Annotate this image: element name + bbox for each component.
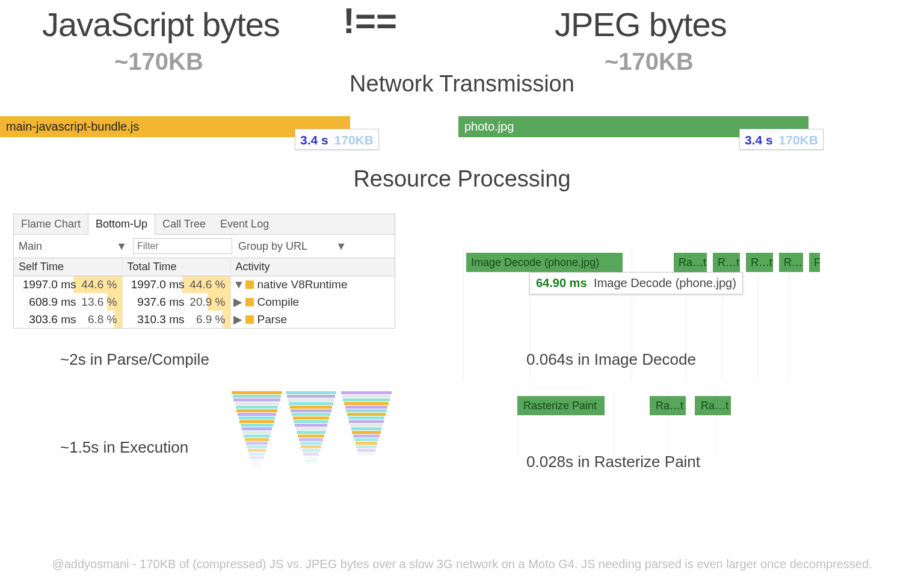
summary-js-exec: ~1.5s in Execution bbox=[60, 438, 188, 457]
devtools-tabs: Flame Chart Bottom-Up Call Tree Event Lo… bbox=[14, 214, 395, 235]
summary-jpg-raster: 0.028s in Rasterize Paint bbox=[526, 453, 700, 471]
decode-timeline: Image Decode (phone.jpg) Ra…t R…t R…t R…… bbox=[451, 238, 836, 290]
chevron-down-icon: ▼ bbox=[336, 240, 346, 253]
ras-chip-1: Rasterize Paint bbox=[517, 396, 605, 415]
table-row[interactable]: 608.9 ms13.6 %937.6 ms20.9 %▶Compile bbox=[14, 293, 395, 311]
summary-js-parse: ~2s in Parse/Compile bbox=[60, 350, 209, 369]
headline-js: JavaScript bytes bbox=[42, 5, 280, 44]
rasterize-timeline: Rasterize Paint Ra…t Ra…t bbox=[511, 390, 764, 420]
summary-jpg-decode: 0.064s in Image Decode bbox=[526, 350, 696, 369]
decode-chip-main: Image Decode (phone.jpg) bbox=[466, 253, 623, 272]
footer-credit: @addyosmani - 170KB of (compressed) JS v… bbox=[0, 557, 924, 571]
tab-call-tree[interactable]: Call Tree bbox=[155, 214, 213, 234]
netbadge-js: 3.4 s 170KB bbox=[295, 129, 379, 150]
decode-chip-4: R… bbox=[779, 253, 803, 272]
table-row[interactable]: 303.6 ms6.8 %310.3 ms6.9 %▶Parse bbox=[14, 311, 395, 328]
col-activity: Activity bbox=[230, 258, 395, 276]
decode-chip-2: R…t bbox=[713, 253, 740, 272]
decode-chip-5: F bbox=[809, 253, 820, 272]
tab-bottom-up[interactable]: Bottom-Up bbox=[88, 214, 155, 235]
filter-input[interactable] bbox=[133, 238, 232, 254]
netbadge-jpg-size: 170KB bbox=[779, 133, 818, 147]
table-row[interactable]: 1997.0 ms44.6 %1997.0 ms44.6 %▼native V8… bbox=[14, 276, 395, 294]
netbadge-jpg-time: 3.4 s bbox=[745, 133, 773, 147]
headline-jpeg: JPEG bytes bbox=[555, 5, 727, 44]
netbadge-jpg: 3.4 s 170KB bbox=[739, 129, 824, 150]
thread-select-value: Main bbox=[19, 240, 42, 253]
netbadge-js-size: 170KB bbox=[334, 133, 374, 147]
profiler-table: Self Time Total Time Activity 1997.0 ms4… bbox=[14, 258, 395, 328]
group-select[interactable]: Group by URL ▼ bbox=[238, 240, 346, 253]
decode-tooltip-ms: 64.90 ms bbox=[536, 276, 587, 289]
decode-chip-1: Ra…t bbox=[674, 253, 707, 272]
chevron-down-icon: ▼ bbox=[116, 240, 127, 253]
section-processing: Resource Processing bbox=[0, 166, 924, 192]
decode-tooltip: 64.90 ms Image Decode (phone.jpg) bbox=[529, 272, 743, 294]
decode-chip-3: R…t bbox=[746, 253, 773, 272]
netbadge-js-time: 3.4 s bbox=[300, 133, 328, 147]
tab-flame-chart[interactable]: Flame Chart bbox=[14, 214, 88, 234]
devtools-panel: Flame Chart Bottom-Up Call Tree Event Lo… bbox=[13, 214, 395, 329]
ras-chip-3: Ra…t bbox=[695, 396, 731, 415]
ras-chip-2: Ra…t bbox=[650, 396, 686, 415]
decode-tooltip-label: Image Decode (phone.jpg) bbox=[594, 276, 736, 289]
col-total-time: Total Time bbox=[122, 258, 230, 276]
group-select-value: Group by URL bbox=[238, 240, 307, 253]
section-network: Network Transmission bbox=[0, 71, 924, 97]
headline-neq: !== bbox=[343, 0, 397, 42]
col-self-time: Self Time bbox=[14, 258, 122, 276]
tab-event-log[interactable]: Event Log bbox=[213, 214, 276, 234]
devtools-filters: Main ▼ Group by URL ▼ bbox=[14, 235, 395, 258]
flame-graph-icon bbox=[232, 391, 394, 475]
thread-select[interactable]: Main ▼ bbox=[19, 240, 127, 253]
